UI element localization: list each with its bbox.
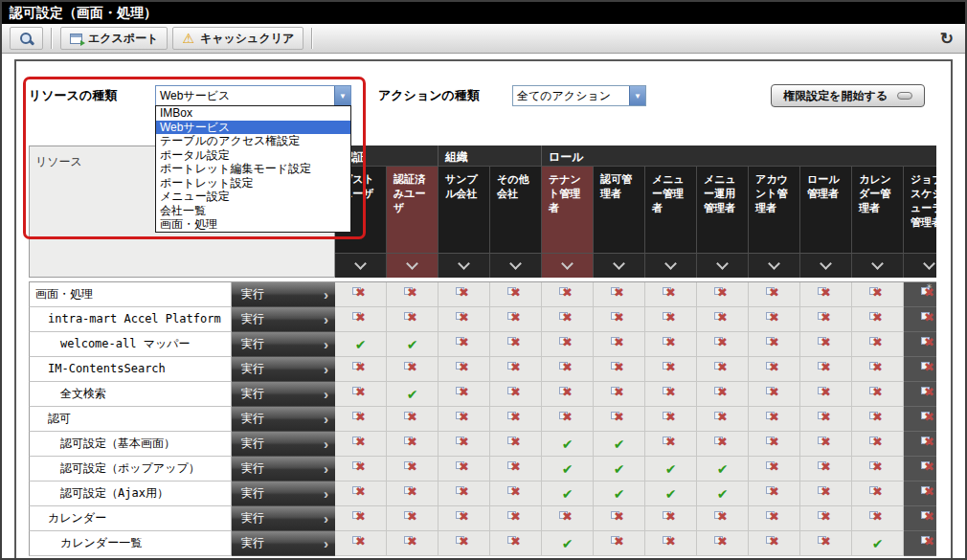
permission-cell[interactable]: ✖: [645, 407, 697, 432]
permission-cell[interactable]: ✖: [645, 506, 697, 531]
column-header[interactable]: 認可管理者: [594, 167, 645, 253]
permission-cell[interactable]: ✖: [645, 307, 697, 332]
permission-cell[interactable]: ✖: [645, 432, 697, 457]
column-chevron-button[interactable]: [542, 253, 594, 278]
exec-button[interactable]: 実行›: [232, 482, 335, 506]
exec-button[interactable]: 実行›: [232, 307, 335, 332]
permission-cell[interactable]: ✖: [490, 482, 542, 506]
permission-cell[interactable]: ✖: [490, 307, 542, 332]
column-chevron-button[interactable]: [697, 253, 749, 278]
column-header[interactable]: メニュー運用管理者: [697, 167, 749, 253]
permission-cell[interactable]: ✔: [697, 457, 749, 482]
column-chevron-button[interactable]: [645, 253, 697, 278]
permission-cell[interactable]: ✔: [387, 332, 439, 357]
permission-cell[interactable]: ✖: [490, 382, 542, 407]
column-chevron-button[interactable]: [749, 253, 800, 278]
refresh-button[interactable]: ↻: [940, 29, 954, 49]
column-chevron-button[interactable]: [490, 253, 542, 278]
permission-cell[interactable]: ✖: [852, 482, 904, 506]
permission-cell[interactable]: ✖: [490, 531, 542, 556]
permission-cell[interactable]: ✖: [542, 357, 594, 382]
permission-cell[interactable]: ✖: [439, 531, 490, 556]
exec-button[interactable]: 実行›: [232, 357, 335, 382]
permission-cell[interactable]: ✖: [439, 506, 490, 531]
column-chevron-button[interactable]: [904, 253, 936, 278]
permission-cell[interactable]: ✖: [387, 482, 439, 506]
dropdown-arrow-icon[interactable]: ▼: [629, 86, 645, 105]
dropdown-option[interactable]: ポートレット編集モード設定: [156, 162, 350, 176]
permission-cell[interactable]: ✖: [852, 332, 904, 357]
permission-cell[interactable]: ✖: [697, 357, 749, 382]
permission-cell[interactable]: ✖: [852, 432, 904, 457]
permission-cell[interactable]: ✖: [852, 282, 904, 307]
dropdown-arrow-icon[interactable]: ▼: [334, 86, 350, 105]
permission-cell[interactable]: ✔: [387, 382, 439, 407]
dropdown-option[interactable]: 会社一覧: [156, 204, 350, 218]
permission-cell[interactable]: ✔: [542, 457, 594, 482]
permission-cell[interactable]: ✖: [800, 407, 852, 432]
permission-cell[interactable]: ✖: [439, 382, 490, 407]
permission-cell[interactable]: ✖: [335, 506, 387, 531]
permission-cell[interactable]: ✖: [439, 357, 490, 382]
permission-cell[interactable]: ✖: [542, 407, 594, 432]
permission-cell[interactable]: ✖: [800, 357, 852, 382]
column-chevron-button[interactable]: [335, 253, 387, 278]
dropdown-option[interactable]: メニュー設定: [156, 190, 350, 204]
permission-cell[interactable]: ✖: [800, 332, 852, 357]
permission-cell[interactable]: ✖: [594, 506, 645, 531]
permission-cell[interactable]: ✖: [490, 357, 542, 382]
exec-button[interactable]: 実行›: [232, 531, 335, 556]
exec-button[interactable]: 実行›: [232, 332, 335, 357]
permission-cell[interactable]: ✖: [490, 282, 542, 307]
permission-cell[interactable]: ✖: [904, 531, 936, 556]
permission-cell[interactable]: ✳✖: [904, 282, 936, 307]
permission-cell[interactable]: ✖: [904, 357, 936, 382]
permission-cell[interactable]: ✖: [904, 506, 936, 531]
exec-button[interactable]: 実行›: [232, 407, 335, 432]
column-chevron-button[interactable]: [800, 253, 852, 278]
permission-cell[interactable]: ✖: [697, 282, 749, 307]
permission-cell[interactable]: ✖: [387, 407, 439, 432]
permission-cell[interactable]: ✖: [335, 357, 387, 382]
permission-cell[interactable]: ✖: [594, 307, 645, 332]
permission-cell[interactable]: ✖: [800, 482, 852, 506]
permission-cell[interactable]: ✖: [335, 482, 387, 506]
permission-cell[interactable]: ✖: [542, 382, 594, 407]
column-header[interactable]: メニュー管理者: [645, 167, 697, 253]
permission-cell[interactable]: ✖: [852, 357, 904, 382]
permission-cell[interactable]: ✖: [852, 382, 904, 407]
permission-cell[interactable]: ✖: [749, 307, 800, 332]
permission-cell[interactable]: ✖: [852, 506, 904, 531]
permission-cell[interactable]: ✖: [749, 506, 800, 531]
exec-button[interactable]: 実行›: [232, 382, 335, 407]
permission-cell[interactable]: ✖: [439, 457, 490, 482]
column-chevron-button[interactable]: [387, 253, 439, 278]
permission-cell[interactable]: ✖: [594, 357, 645, 382]
permission-cell[interactable]: ✖: [904, 457, 936, 482]
permission-cell[interactable]: ✖: [852, 457, 904, 482]
permission-cell[interactable]: ✖: [387, 357, 439, 382]
cache-clear-button[interactable]: ⚠ キャッシュクリア: [172, 27, 304, 50]
permission-cell[interactable]: ✖: [852, 407, 904, 432]
permission-cell[interactable]: ✔: [645, 457, 697, 482]
column-header[interactable]: テナント管理者: [542, 167, 594, 253]
dropdown-option[interactable]: Webサービス: [156, 121, 350, 135]
permission-cell[interactable]: ✖: [749, 432, 800, 457]
permission-cell[interactable]: ✖: [645, 282, 697, 307]
permission-cell[interactable]: ✔: [697, 482, 749, 506]
permission-cell[interactable]: ✔: [645, 482, 697, 506]
permission-cell[interactable]: ✖: [439, 432, 490, 457]
permission-cell[interactable]: ✖: [697, 531, 749, 556]
permission-cell[interactable]: ✖: [335, 307, 387, 332]
permission-cell[interactable]: ✖: [904, 482, 936, 506]
column-header[interactable]: サンプル会社: [439, 167, 490, 253]
column-header[interactable]: アカウント管理者: [749, 167, 800, 253]
permission-cell[interactable]: ✖: [387, 457, 439, 482]
permission-cell[interactable]: ✖: [490, 407, 542, 432]
exec-button[interactable]: 実行›: [232, 432, 335, 457]
permission-cell[interactable]: ✖: [904, 382, 936, 407]
permission-cell[interactable]: ✖: [697, 332, 749, 357]
column-header[interactable]: ロール管理者: [800, 167, 852, 253]
permission-cell[interactable]: ✖: [335, 407, 387, 432]
permission-cell[interactable]: ✖: [904, 332, 936, 357]
